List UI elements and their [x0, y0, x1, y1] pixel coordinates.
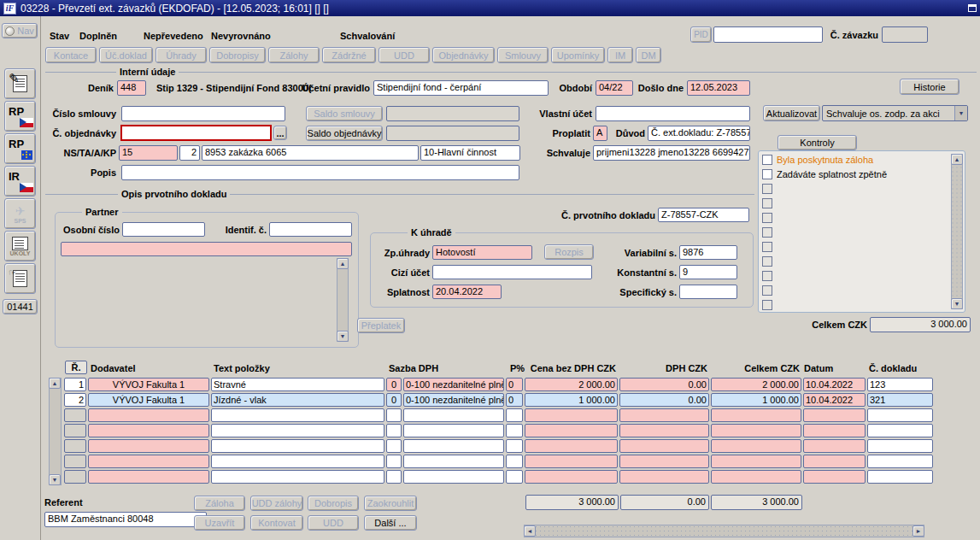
saldo-smlouvy-button[interactable]: Saldo smlouvy [306, 106, 383, 121]
chevron-down-icon[interactable]: ▼ [954, 106, 967, 120]
schvaluje-field[interactable]: prijmeni13228 jmeno13228 66994273 [593, 145, 750, 161]
cell-dph[interactable]: 0.00 [619, 378, 709, 391]
nav-button[interactable]: Nav [2, 23, 38, 38]
scroll-left-icon[interactable]: ◄ [524, 525, 536, 537]
proplatit-field[interactable]: A [593, 126, 607, 141]
scroll-up-icon[interactable]: ▲ [49, 378, 61, 389]
cell-radek[interactable]: 1 [64, 378, 86, 391]
table-scrollbar[interactable] [49, 378, 62, 485]
checkbox-zaloha[interactable] [762, 155, 772, 165]
cell-cena[interactable]: 2 000.00 [525, 378, 618, 391]
cell-kod[interactable]: 0 [386, 393, 402, 407]
tab-kontace[interactable]: Kontace [45, 47, 97, 63]
scroll-down-icon[interactable]: ▼ [49, 474, 61, 485]
ns-field[interactable]: 15 [119, 145, 178, 161]
kp-field[interactable]: 10-Hlavní činnost [420, 145, 520, 161]
scroll-up-icon[interactable]: ▲ [337, 258, 349, 269]
referent-field[interactable]: BBM Zaměstnanci 80048 [44, 512, 207, 527]
preplatek-button[interactable]: Přeplatek [357, 318, 405, 333]
tab-im[interactable]: IM [607, 47, 633, 63]
specificky-field[interactable] [679, 285, 737, 299]
cell-text[interactable]: Stravné [211, 378, 384, 391]
cell-celkem[interactable]: 2 000.00 [711, 378, 801, 391]
cell-datum[interactable]: 10.04.2022 [803, 393, 866, 407]
cell-doklad[interactable]: 123 [867, 378, 933, 391]
scroll-right-icon[interactable]: ► [913, 525, 924, 537]
scroll-down-icon[interactable]: ▼ [951, 298, 963, 309]
cell-cena[interactable]: 1 000.00 [525, 393, 618, 407]
historie-button[interactable]: Historie [900, 79, 959, 95]
cell-celkem[interactable]: 1 000.00 [711, 393, 801, 407]
ir-cz-button[interactable]: IR [4, 166, 36, 197]
tab-uhrady[interactable]: Úhrady [156, 47, 207, 63]
tab-uc-doklad[interactable]: Úč.doklad [99, 47, 153, 63]
aktualizovat-button[interactable]: Aktualizovat [763, 105, 820, 121]
objednavky-lov-button[interactable]: ... [273, 126, 287, 140]
zaloha-button[interactable]: Záloha [194, 496, 245, 511]
tab-udd[interactable]: UDD [379, 47, 430, 63]
cislo-smlouvy-field[interactable] [121, 106, 285, 121]
cell-radek[interactable]: 2 [64, 393, 86, 407]
scroll-up-icon[interactable]: ▲ [951, 154, 963, 165]
konstantni-field[interactable]: 9 [679, 265, 737, 279]
duvod-field[interactable]: Č. ext.dokladu: Z-78557 [648, 126, 750, 141]
uzavrit-button[interactable]: Uzavřít [194, 515, 245, 531]
sps-button[interactable]: ✈ SPS [4, 198, 36, 229]
rp-cz-button[interactable]: RP [4, 101, 36, 132]
cell-dodavatel[interactable]: VÝVOJ Fakulta 1 [88, 378, 209, 391]
c-prvotniho-field[interactable]: Z-78557-CZK [658, 208, 749, 222]
popis-field[interactable] [121, 165, 519, 180]
kontovat-button[interactable]: Kontovat [250, 515, 303, 531]
cell-doklad[interactable]: 321 [867, 393, 933, 407]
dobropis-button[interactable]: Dobropis [308, 496, 359, 511]
ucetni-pravidlo-field[interactable]: Stipendijní fond - čerpání [373, 80, 549, 96]
dalsi-button[interactable]: Další ... [364, 515, 417, 531]
cell-dodavatel[interactable]: VÝVOJ Fakulta 1 [88, 393, 209, 407]
obdobi-field[interactable]: 04/22 [596, 80, 633, 96]
cell-sazba[interactable]: 0-100 nezdanitelné plněr [403, 393, 504, 407]
udd-zalohy-button[interactable]: UDD zálohy [250, 496, 303, 511]
identif-field[interactable] [269, 222, 352, 237]
doslo-dne-field[interactable]: 12.05.2023 [687, 80, 750, 96]
tab-upominky[interactable]: Upomínky [551, 47, 605, 63]
zp-uhrady-field[interactable]: Hotovostí [432, 245, 532, 260]
kontroly-button[interactable]: Kontroly [778, 135, 857, 150]
maximize-icon[interactable] [968, 4, 977, 12]
vlastni-ucet-field[interactable] [596, 106, 750, 121]
ta-field[interactable]: 2 [179, 145, 200, 161]
udd-button[interactable]: UDD [308, 515, 359, 531]
cell-datum[interactable]: 10.04.2022 [803, 378, 866, 391]
partner-name-field[interactable] [61, 242, 352, 256]
rozpis-button[interactable]: Rozpis [544, 244, 594, 260]
tab-dobropisy[interactable]: Dobropisy [209, 47, 266, 63]
document-button[interactable]: ☞ [4, 263, 36, 294]
akce-field[interactable]: 8953 zakázka 6065 [202, 145, 419, 161]
splatnost-field[interactable]: 20.04.2022 [432, 285, 502, 299]
cizi-ucet-field[interactable] [432, 265, 592, 279]
zaokrouhlit-button[interactable]: Zaokrouhlit [364, 496, 417, 511]
tab-zadrzne[interactable]: Zádržné [322, 47, 376, 63]
ukoly-button[interactable]: ÚKOLY [4, 231, 36, 261]
cell-text[interactable]: Jízdné - vlak [211, 393, 384, 407]
cell-dph[interactable]: 0.00 [619, 393, 709, 407]
cell-p[interactable]: 0 [506, 393, 523, 407]
scroll-down-icon[interactable]: ▼ [337, 331, 349, 342]
kontroly-scrollbar[interactable] [951, 154, 963, 309]
cell-kod[interactable]: 0 [386, 378, 402, 391]
cell-p[interactable]: 0 [506, 378, 523, 391]
pid-input[interactable] [713, 26, 823, 43]
pid-button[interactable]: PID [690, 26, 712, 43]
denik-field[interactable]: 448 [117, 80, 146, 96]
write-document-button[interactable]: ✎ [4, 68, 36, 99]
osobni-cislo-field[interactable] [122, 222, 205, 237]
cell-sazba[interactable]: 0-100 nezdanitelné plněr [403, 378, 504, 391]
tab-objednavky[interactable]: Objednávky [432, 47, 495, 63]
horizontal-scrollbar[interactable] [524, 525, 924, 537]
schvaluje-dropdown[interactable]: Schvaluje os. zodp. za akci ▼ [822, 105, 968, 121]
tab-smlouvy[interactable]: Smlouvy [497, 47, 549, 63]
tab-zalohy[interactable]: Zálohy [268, 47, 320, 63]
saldo-objednavky-button[interactable]: Saldo objednávky [306, 126, 383, 141]
checkbox-splatnost[interactable] [762, 169, 772, 179]
variabilni-field[interactable]: 9876 [679, 245, 737, 260]
c-objednavky-field[interactable] [120, 125, 272, 141]
